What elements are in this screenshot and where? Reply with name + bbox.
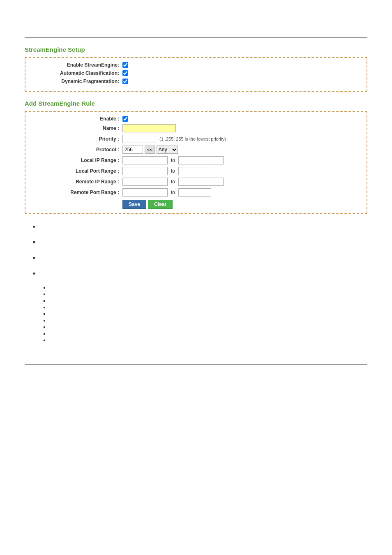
bullet-dot-2: ▪	[33, 238, 35, 246]
action-buttons: Save Clear	[122, 200, 360, 209]
bullet-item-1: ▪	[33, 222, 359, 230]
rule-priority-input[interactable]	[122, 135, 155, 143]
dynamic-frag-checkbox[interactable]	[122, 79, 128, 84]
rule-protocol-label: Protocol :	[32, 147, 122, 153]
compact-bullet-2	[49, 291, 359, 297]
local-ip-end-input[interactable]	[178, 156, 224, 164]
remote-ip-to: to	[171, 179, 175, 185]
compact-bullet-9	[49, 337, 359, 343]
dynamic-frag-control	[122, 79, 128, 84]
remote-ip-start-input[interactable]	[122, 178, 168, 186]
auto-classification-row: Automatic Classification:	[32, 70, 360, 76]
bullet-dot-3: ▪	[33, 254, 35, 261]
bullet-item-2: ▪	[33, 238, 359, 246]
rule-name-row: Name :	[32, 124, 360, 132]
save-button[interactable]: Save	[122, 200, 146, 209]
dynamic-frag-label: Dynamic Fragmentation:	[32, 79, 122, 84]
page-wrapper: StreamEngine Setup Enable StreamEngine: …	[0, 37, 392, 555]
main-content: StreamEngine Setup Enable StreamEngine: …	[0, 38, 392, 352]
rule-priority-control: (1..255, 255 is the lowest priority)	[122, 135, 226, 143]
stream-engine-setup-box: Enable StreamEngine: Automatic Classific…	[25, 57, 367, 92]
remote-ip-control: to	[122, 178, 224, 186]
dynamic-frag-row: Dynamic Fragmentation:	[32, 79, 360, 84]
local-port-end-input[interactable]	[178, 167, 211, 175]
enable-streamengine-checkbox[interactable]	[122, 62, 128, 68]
remote-port-start-input[interactable]	[122, 188, 168, 197]
local-ip-row: Local IP Range : to	[32, 156, 360, 164]
remote-ip-end-input[interactable]	[178, 178, 224, 186]
bullet-text-3	[39, 253, 41, 261]
local-ip-to: to	[171, 157, 175, 163]
local-port-control: to	[122, 167, 211, 175]
protocol-arrow-button[interactable]: <<	[145, 146, 155, 154]
compact-bullet-4	[49, 304, 359, 310]
local-port-row: Local Port Range : to	[32, 167, 360, 175]
rule-protocol-row: Protocol : << Any TCP UDP ICMP	[32, 146, 360, 154]
local-ip-control: to	[122, 156, 224, 164]
bullet-dot-4: ▪	[33, 270, 35, 277]
local-ip-start-input[interactable]	[122, 156, 168, 164]
protocol-select[interactable]: Any TCP UDP ICMP	[157, 146, 178, 154]
rule-priority-label: Priority :	[32, 136, 122, 142]
compact-bullet-3	[49, 298, 359, 303]
rule-enable-control	[122, 116, 128, 122]
priority-hint: (1..255, 255 is the lowest priority)	[159, 136, 226, 141]
remote-ip-row: Remote IP Range : to	[32, 178, 360, 186]
rule-enable-row: Enable :	[32, 116, 360, 122]
bottom-border	[25, 364, 367, 365]
remote-port-to: to	[171, 190, 175, 195]
enable-streamengine-control	[122, 62, 128, 68]
compact-bullet-list	[49, 284, 359, 343]
rule-enable-label: Enable :	[32, 116, 122, 122]
clear-button[interactable]: Clear	[148, 200, 173, 209]
remote-ip-label: Remote IP Range :	[32, 179, 122, 185]
rule-name-label: Name :	[32, 125, 122, 131]
local-ip-label: Local IP Range :	[32, 157, 122, 163]
bullet-section: ▪ ▪ ▪ ▪	[25, 222, 367, 343]
bullet-item-3: ▪	[33, 253, 359, 261]
bullet-item-4: ▪	[33, 269, 359, 277]
bullet-text-2	[39, 238, 41, 245]
bullet-text-4	[39, 269, 41, 276]
remote-port-row: Remote Port Range : to	[32, 188, 360, 197]
local-port-start-input[interactable]	[122, 167, 168, 175]
rule-protocol-input[interactable]	[122, 146, 143, 154]
add-rule-box: Enable : Name : Priority : (1..255, 255 …	[25, 111, 367, 214]
bullet-dot-1: ▪	[33, 223, 35, 230]
remote-port-end-input[interactable]	[178, 188, 211, 197]
enable-streamengine-label: Enable StreamEngine:	[32, 62, 122, 68]
compact-bullet-6	[49, 317, 359, 323]
remote-port-label: Remote Port Range :	[32, 190, 122, 195]
auto-classification-label: Automatic Classification:	[32, 70, 122, 76]
local-port-to: to	[171, 168, 175, 174]
bullet-text-1	[39, 222, 41, 229]
compact-bullet-7	[49, 324, 359, 330]
local-port-label: Local Port Range :	[32, 168, 122, 174]
compact-bullet-8	[49, 331, 359, 336]
stream-engine-setup-title: StreamEngine Setup	[25, 46, 367, 53]
add-rule-title: Add StreamEngine Rule	[25, 100, 367, 107]
rule-protocol-control: << Any TCP UDP ICMP	[122, 146, 178, 154]
rule-priority-row: Priority : (1..255, 255 is the lowest pr…	[32, 135, 360, 143]
rule-enable-checkbox[interactable]	[122, 116, 128, 122]
rule-name-control	[122, 124, 176, 132]
auto-classification-control	[122, 70, 128, 76]
auto-classification-checkbox[interactable]	[122, 70, 128, 76]
remote-port-control: to	[122, 188, 211, 197]
rule-name-input[interactable]	[122, 124, 176, 132]
enable-streamengine-row: Enable StreamEngine:	[32, 62, 360, 68]
compact-bullet-5	[49, 311, 359, 317]
compact-bullet-1	[49, 284, 359, 290]
